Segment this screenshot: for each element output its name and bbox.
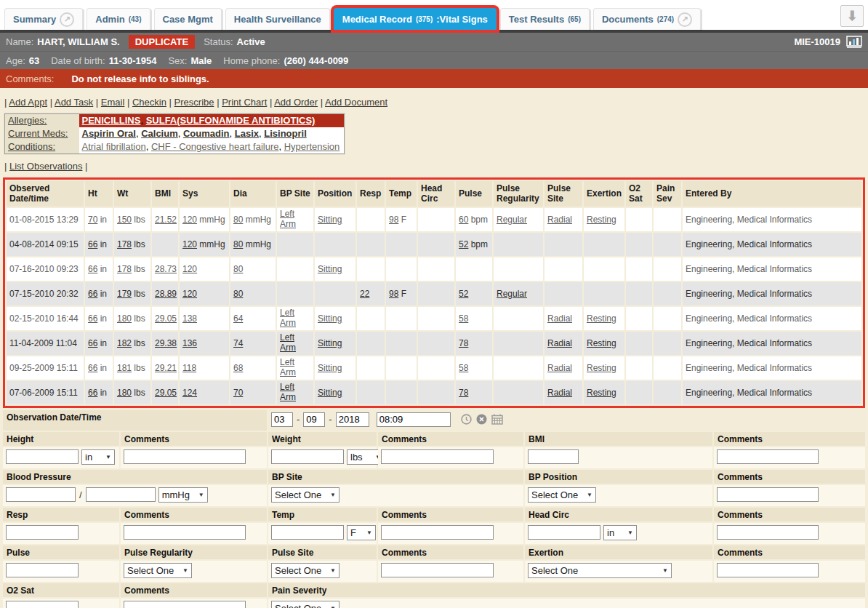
conditions-item-link[interactable]: CHF - Congestive heart failure: [151, 141, 279, 152]
o2-sat-comments-input[interactable]: [124, 601, 246, 608]
weight-comments-input[interactable]: [381, 449, 494, 464]
obs-value-link[interactable]: 98: [389, 289, 398, 299]
bar-chart-icon[interactable]: [846, 36, 862, 48]
tab-test-results[interactable]: Test Results(65): [500, 8, 590, 30]
obs-value-link[interactable]: Radial: [547, 313, 572, 324]
list-observations-link[interactable]: List Observations: [9, 161, 82, 172]
obs-value-link[interactable]: Sitting: [318, 363, 342, 373]
bp-unit-select[interactable]: mmHg▼: [158, 487, 208, 503]
obs-value-link[interactable]: Sitting: [318, 215, 342, 225]
obs-value-link[interactable]: Sitting: [318, 313, 342, 324]
action-link-prescribe[interactable]: Prescribe: [174, 97, 214, 108]
pulse-comments-input[interactable]: [381, 563, 494, 577]
obs-value-link[interactable]: 120: [182, 289, 197, 299]
obs-value-link[interactable]: 120: [182, 264, 197, 274]
download-button[interactable]: ⬇: [840, 5, 864, 27]
obs-value-link[interactable]: Left Arm: [280, 209, 296, 229]
external-link-icon[interactable]: ↗: [60, 12, 74, 27]
weight-input[interactable]: [271, 449, 344, 464]
obs-value-link[interactable]: 21.52: [155, 215, 177, 225]
clock-icon[interactable]: [461, 414, 472, 425]
summary-label-link[interactable]: Allergies:: [8, 115, 47, 126]
current-meds-item-link[interactable]: Lasix: [235, 128, 259, 139]
current-meds-item-link[interactable]: Calcium: [141, 128, 178, 139]
summary-label-link[interactable]: Conditions:: [8, 141, 55, 152]
obs-value-link[interactable]: Resting: [587, 388, 616, 398]
resp-input[interactable]: [6, 525, 79, 540]
obs-value-link[interactable]: 179: [117, 289, 132, 299]
obs-value-link[interactable]: 28.73: [155, 264, 177, 274]
obs-value-link[interactable]: 138: [182, 313, 197, 324]
obs-value-link[interactable]: Sitting: [318, 264, 342, 274]
current-meds-item-link[interactable]: Aspirin Oral: [82, 128, 136, 139]
tab-summary[interactable]: Summary↗: [4, 8, 83, 30]
obs-value-link[interactable]: Resting: [587, 313, 616, 324]
height-comments-input[interactable]: [124, 449, 246, 464]
obs-day-input[interactable]: [303, 412, 325, 427]
obs-value-link[interactable]: 80: [233, 289, 243, 299]
obs-value-link[interactable]: Left Arm: [280, 357, 296, 377]
allergies-item-link[interactable]: SULFA(SULFONAMIDE ANTIBIOTICS): [146, 115, 316, 126]
conditions-item-link[interactable]: Atrial fibrillation: [82, 141, 146, 152]
bp-comments-input[interactable]: [717, 487, 819, 502]
bp-systolic-input[interactable]: [6, 487, 76, 502]
obs-value-link[interactable]: 29.05: [155, 313, 177, 324]
obs-value-link[interactable]: Sitting: [318, 338, 342, 348]
head-circ-comments-input[interactable]: [717, 525, 819, 540]
obs-value-link[interactable]: 136: [182, 338, 197, 348]
obs-value-link[interactable]: 68: [233, 363, 243, 373]
obs-value-link[interactable]: Regular: [497, 289, 527, 299]
allergies-item-link[interactable]: PENICILLINS: [82, 115, 141, 126]
obs-value-link[interactable]: Regular: [497, 215, 527, 225]
obs-time-input[interactable]: [377, 412, 451, 427]
pulse-input[interactable]: [6, 563, 79, 577]
action-link-add-document[interactable]: Add Document: [325, 97, 387, 108]
obs-value-link[interactable]: 60: [459, 215, 468, 225]
obs-value-link[interactable]: 58: [459, 363, 468, 373]
obs-value-link[interactable]: 98: [389, 215, 398, 225]
obs-value-link[interactable]: 120: [182, 239, 197, 249]
action-link-add-order[interactable]: Add Order: [274, 97, 318, 108]
obs-value-link[interactable]: 29.38: [155, 338, 177, 348]
action-link-add-task[interactable]: Add Task: [55, 97, 93, 108]
resp-comments-input[interactable]: [124, 525, 246, 540]
tab-medical-record[interactable]: Medical Record(375):Vital Signs: [334, 8, 497, 30]
bp-position-select[interactable]: Select One▼: [528, 487, 596, 503]
obs-value-link[interactable]: 52: [459, 239, 468, 249]
temp-unit-select[interactable]: F▼: [347, 525, 376, 540]
height-unit-select[interactable]: in▼: [81, 449, 115, 465]
obs-value-link[interactable]: 78: [459, 388, 468, 398]
obs-value-link[interactable]: 66: [88, 289, 97, 299]
obs-value-link[interactable]: 66: [88, 239, 97, 249]
obs-value-link[interactable]: 178: [117, 264, 132, 274]
current-meds-item-link[interactable]: Lisinopril: [264, 128, 307, 139]
obs-value-link[interactable]: 66: [88, 313, 97, 324]
obs-value-link[interactable]: 74: [233, 338, 243, 348]
obs-value-link[interactable]: Radial: [547, 363, 572, 373]
obs-value-link[interactable]: 70: [233, 388, 243, 398]
exertion-select[interactable]: Select One▼: [528, 563, 672, 578]
tab-documents[interactable]: Documents(274)↗: [593, 8, 701, 30]
obs-value-link[interactable]: Left Arm: [280, 308, 296, 328]
obs-value-link[interactable]: Left Arm: [280, 382, 296, 402]
obs-value-link[interactable]: 180: [117, 388, 132, 398]
clear-icon[interactable]: [476, 414, 487, 425]
summary-label-link[interactable]: Current Meds:: [8, 128, 68, 139]
obs-value-link[interactable]: 178: [117, 239, 132, 249]
temp-input[interactable]: [271, 525, 344, 540]
bp-diastolic-input[interactable]: [86, 487, 156, 502]
obs-value-link[interactable]: Left Arm: [280, 332, 296, 353]
height-input[interactable]: [6, 449, 79, 464]
obs-value-link[interactable]: 120: [182, 215, 197, 225]
obs-value-link[interactable]: 124: [182, 388, 197, 398]
obs-value-link[interactable]: Resting: [587, 215, 616, 225]
head-circ-input[interactable]: [528, 525, 600, 540]
obs-value-link[interactable]: Resting: [587, 338, 616, 348]
obs-value-link[interactable]: 182: [117, 338, 132, 348]
obs-value-link[interactable]: 66: [88, 338, 97, 348]
temp-comments-input[interactable]: [381, 525, 494, 540]
obs-month-input[interactable]: [271, 412, 293, 427]
obs-value-link[interactable]: 66: [88, 363, 97, 373]
obs-value-link[interactable]: Resting: [587, 363, 616, 373]
obs-value-link[interactable]: Radial: [547, 388, 572, 398]
